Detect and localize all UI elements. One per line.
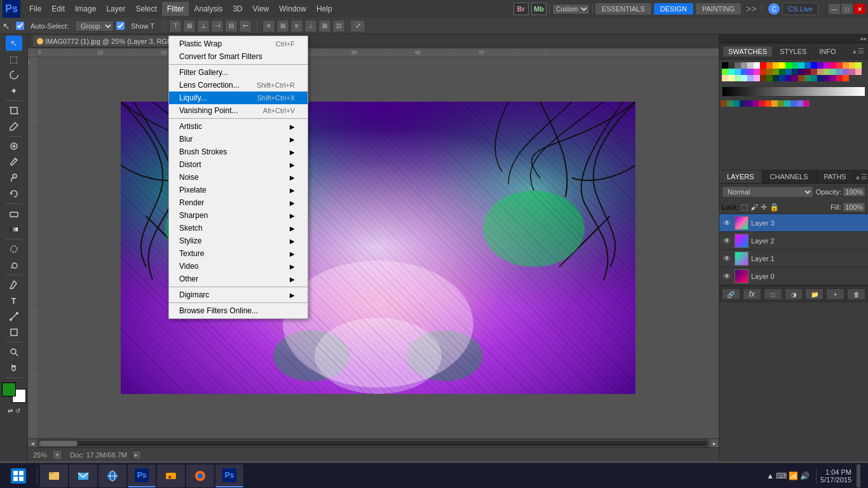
- tool-pen[interactable]: [6, 277, 22, 292]
- swatch-color[interactable]: [741, 69, 747, 75]
- swatch-color[interactable]: [843, 62, 849, 69]
- taskbar-amazon[interactable]: a: [157, 464, 185, 487]
- swatch-color[interactable]: [849, 69, 855, 75]
- start-button[interactable]: [3, 464, 34, 487]
- lock-position-icon[interactable]: ✛: [761, 203, 767, 212]
- taskbar-clock[interactable]: 1:04 PM 5/17/2015: [820, 468, 851, 484]
- layer-item-0[interactable]: 👁 Layer 0: [719, 268, 868, 285]
- tray-network-icon[interactable]: 📶: [789, 471, 798, 480]
- distribute-bottom-btn[interactable]: ≡: [290, 20, 303, 32]
- swatch-color[interactable]: [722, 69, 728, 75]
- distribute-top-btn[interactable]: ≡: [262, 20, 275, 32]
- tool-lasso[interactable]: [6, 67, 22, 83]
- panel-collapse-btn[interactable]: ◂◂: [860, 35, 866, 42]
- filter-plastic-wrap[interactable]: Plastic Wrap Ctrl+F: [169, 37, 308, 50]
- swatch-color[interactable]: [760, 62, 766, 69]
- distribute-right-btn[interactable]: ⊡: [332, 20, 345, 32]
- tool-history-brush[interactable]: [6, 186, 22, 201]
- reset-colors-btn[interactable]: ↺: [15, 407, 20, 414]
- filter-vanishing-point[interactable]: Vanishing Point... Alt+Ctrl+V: [169, 104, 308, 117]
- tool-type[interactable]: T: [6, 293, 22, 308]
- swatch-color[interactable]: [765, 100, 771, 107]
- filter-convert-smart[interactable]: Convert for Smart Filters: [169, 50, 308, 63]
- tool-eraser[interactable]: [6, 206, 22, 221]
- filter-noise[interactable]: Noise ▶: [169, 171, 308, 184]
- add-adjustment-btn[interactable]: ◑: [785, 288, 803, 300]
- swatch-color[interactable]: [766, 62, 773, 69]
- panel-top-menu-btn[interactable]: ☰: [858, 47, 864, 55]
- swatch-color[interactable]: [843, 69, 849, 75]
- tab-styles[interactable]: STYLES: [775, 46, 811, 57]
- swatch-color[interactable]: [798, 75, 804, 81]
- tab-paths[interactable]: PATHS: [817, 170, 855, 183]
- swatch-color[interactable]: [778, 100, 784, 107]
- add-mask-btn[interactable]: □: [764, 288, 782, 300]
- swap-colors-btn[interactable]: ⇄: [8, 407, 13, 414]
- swatch-color[interactable]: [792, 69, 798, 75]
- close-btn[interactable]: ✕: [854, 4, 865, 14]
- swatch-color[interactable]: [817, 62, 824, 69]
- layer-item-1[interactable]: 👁 Layer 1: [719, 250, 868, 268]
- swatch-color[interactable]: [754, 69, 760, 75]
- filter-stylize[interactable]: Stylize ▶: [169, 234, 308, 247]
- link-layers-btn[interactable]: 🔗: [722, 288, 740, 300]
- swatch-color[interactable]: [836, 75, 843, 81]
- panel-top-collapse-btn[interactable]: ▴: [853, 47, 857, 55]
- lock-all-icon[interactable]: 🔒: [770, 203, 779, 212]
- filter-pixelate[interactable]: Pixelate ▶: [169, 184, 308, 196]
- swatch-color[interactable]: [804, 69, 811, 75]
- swatch-color[interactable]: [766, 75, 773, 81]
- filter-distort[interactable]: Distort ▶: [169, 158, 308, 171]
- layers-menu-btn[interactable]: ☰: [861, 172, 867, 182]
- tray-keyboard-icon[interactable]: ⌨: [776, 471, 787, 480]
- layer-2-visibility-icon[interactable]: 👁: [722, 236, 732, 245]
- filter-digimarc[interactable]: Digimarc ▶: [169, 288, 308, 301]
- opacity-input[interactable]: [843, 187, 865, 197]
- swatch-color[interactable]: [824, 75, 830, 81]
- minimize-btn[interactable]: —: [829, 4, 840, 14]
- transform-btn[interactable]: ⤢: [350, 20, 365, 32]
- swatch-color[interactable]: [785, 75, 792, 81]
- swatch-color[interactable]: [773, 69, 779, 75]
- essentials-btn[interactable]: ESSENTIALS: [595, 3, 651, 15]
- filter-render[interactable]: Render ▶: [169, 196, 308, 209]
- tool-brush[interactable]: [6, 154, 22, 170]
- filter-liquify[interactable]: Liquify... Shift+Ctrl+X: [169, 92, 308, 104]
- filter-brush-strokes[interactable]: Brush Strokes ▶: [169, 146, 308, 158]
- swatch-color[interactable]: [824, 69, 830, 75]
- swatch-color[interactable]: [798, 62, 804, 69]
- layer-item-3[interactable]: 👁 Layer 3: [719, 214, 868, 232]
- taskbar-browser[interactable]: [98, 464, 126, 487]
- swatch-color[interactable]: [740, 100, 746, 107]
- painting-btn[interactable]: PAINTING: [696, 3, 741, 15]
- tool-zoom[interactable]: [6, 344, 22, 360]
- swatch-color[interactable]: [843, 75, 849, 81]
- filter-blur[interactable]: Blur ▶: [169, 133, 308, 146]
- align-left-btn[interactable]: ⊣: [211, 20, 224, 32]
- swatch-color[interactable]: [824, 62, 830, 69]
- tab-info[interactable]: INFO: [814, 46, 841, 57]
- swatch-color[interactable]: [773, 62, 779, 69]
- menu-file[interactable]: File: [24, 2, 46, 16]
- filter-texture[interactable]: Texture ▶: [169, 247, 308, 260]
- canvas-content[interactable]: [37, 57, 719, 438]
- tool-crop[interactable]: [6, 103, 22, 118]
- workspace-select[interactable]: Custom: [552, 4, 590, 15]
- taskbar-firefox[interactable]: [186, 464, 214, 487]
- swatch-color[interactable]: [727, 100, 733, 107]
- tool-move[interactable]: ↖: [6, 36, 22, 51]
- swatch-color[interactable]: [790, 100, 797, 107]
- show-transform-checkbox[interactable]: [116, 22, 125, 30]
- auto-select-dropdown[interactable]: Group: [75, 20, 114, 32]
- filter-gallery[interactable]: Filter Gallery...: [169, 66, 308, 79]
- delete-layer-btn[interactable]: 🗑: [847, 288, 865, 300]
- tool-hand[interactable]: [6, 360, 22, 376]
- new-layer-btn[interactable]: +: [826, 288, 844, 300]
- swatch-color[interactable]: [803, 100, 810, 107]
- swatch-color[interactable]: [785, 69, 792, 75]
- align-bottom-btn[interactable]: ⊥: [197, 20, 210, 32]
- menu-edit[interactable]: Edit: [46, 2, 70, 16]
- swatch-color[interactable]: [785, 62, 792, 69]
- taskbar-explorer[interactable]: [40, 464, 68, 487]
- layers-collapse-btn[interactable]: ▴: [856, 172, 860, 182]
